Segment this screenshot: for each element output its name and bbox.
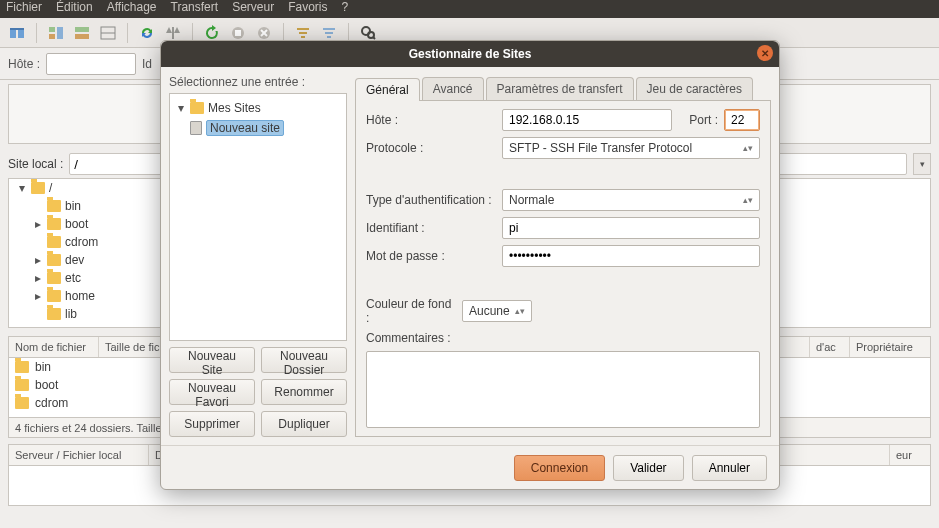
tree-item[interactable]: dev	[65, 253, 84, 267]
protocol-select[interactable]: SFTP - SSH File Transfer Protocol ▴▾	[502, 137, 760, 159]
quick-host-input[interactable]	[46, 53, 136, 75]
duplicate-button[interactable]: Dupliquer	[261, 411, 347, 437]
menu-server[interactable]: Serveur	[232, 0, 274, 18]
close-icon[interactable]: ✕	[757, 45, 773, 61]
bgcolor-value: Aucune	[469, 304, 510, 318]
svg-rect-21	[327, 36, 331, 38]
folder-icon	[47, 272, 61, 284]
tree-item[interactable]: /	[49, 181, 52, 195]
comment-textarea[interactable]	[366, 351, 760, 428]
tab-general[interactable]: Général	[355, 78, 420, 101]
col-queue-server[interactable]: Serveur / Fichier local	[9, 445, 149, 465]
folder-icon	[47, 290, 61, 302]
password-input[interactable]	[502, 245, 760, 267]
toggle-log-icon[interactable]	[71, 22, 93, 44]
menu-transfer[interactable]: Transfert	[171, 0, 219, 18]
user-input[interactable]	[502, 217, 760, 239]
expander-icon[interactable]: ▾	[17, 181, 27, 195]
password-label: Mot de passe :	[366, 249, 496, 263]
port-input[interactable]	[724, 109, 760, 131]
local-path-dropdown[interactable]: ▾	[913, 153, 931, 175]
svg-rect-17	[299, 32, 307, 34]
col-queue-remote[interactable]: eur	[890, 445, 930, 465]
col-filename[interactable]: Nom de fichier	[9, 337, 99, 357]
sitemanager-icon[interactable]	[6, 22, 28, 44]
rename-button[interactable]: Renommer	[261, 379, 347, 405]
tree-item[interactable]: lib	[65, 307, 77, 321]
tab-transfer-settings[interactable]: Paramètres de transfert	[486, 77, 634, 100]
protocol-value: SFTP - SSH File Transfer Protocol	[509, 141, 692, 155]
svg-line-24	[373, 37, 375, 39]
local-site-label: Site local :	[8, 157, 63, 171]
site-tree[interactable]: ▾ Mes Sites Nouveau site	[169, 93, 347, 341]
auth-select[interactable]: Normale ▴▾	[502, 189, 760, 211]
folder-icon	[31, 182, 45, 194]
tree-item[interactable]: boot	[65, 217, 88, 231]
menu-view[interactable]: Affichage	[107, 0, 157, 18]
chevron-updown-icon: ▴▾	[743, 143, 753, 153]
auth-label: Type d'authentification :	[366, 193, 496, 207]
tab-advanced[interactable]: Avancé	[422, 77, 484, 100]
svg-rect-20	[325, 32, 333, 34]
port-label: Port :	[678, 113, 718, 127]
menu-favorites[interactable]: Favoris	[288, 0, 327, 18]
comment-label: Commentaires :	[366, 331, 456, 345]
chevron-updown-icon: ▴▾	[515, 306, 525, 316]
tree-item[interactable]: bin	[65, 199, 81, 213]
bgcolor-label: Couleur de fond :	[366, 297, 456, 325]
expander-icon[interactable]: ▸	[33, 217, 43, 231]
connect-button[interactable]: Connexion	[514, 455, 605, 481]
site-manager-dialog: Gestionnaire de Sites ✕ Sélectionnez une…	[160, 40, 780, 490]
folder-icon	[47, 200, 61, 212]
quick-host-label: Hôte :	[8, 57, 40, 71]
tab-charset[interactable]: Jeu de caractères	[636, 77, 753, 100]
menu-help[interactable]: ?	[342, 0, 349, 18]
svg-rect-10	[172, 27, 174, 39]
folder-icon	[15, 379, 29, 391]
site-tree-root[interactable]: Mes Sites	[208, 101, 261, 115]
expander-icon[interactable]: ▾	[176, 101, 186, 115]
svg-rect-5	[57, 27, 63, 39]
server-icon	[190, 121, 202, 135]
dialog-titlebar: Gestionnaire de Sites ✕	[161, 41, 779, 67]
auth-value: Normale	[509, 193, 554, 207]
host-input[interactable]	[502, 109, 672, 131]
menu-edit[interactable]: Édition	[56, 0, 93, 18]
folder-icon	[47, 236, 61, 248]
folder-icon	[47, 308, 61, 320]
tree-item[interactable]: etc	[65, 271, 81, 285]
new-folder-button[interactable]: Nouveau Dossier	[261, 347, 347, 373]
tree-item[interactable]: home	[65, 289, 95, 303]
folder-icon	[190, 102, 204, 114]
user-label: Identifiant :	[366, 221, 496, 235]
cancel-button[interactable]: Annuler	[692, 455, 767, 481]
tree-item[interactable]: cdrom	[65, 235, 98, 249]
bgcolor-select[interactable]: Aucune ▴▾	[462, 300, 532, 322]
svg-rect-18	[301, 36, 305, 38]
tabs: Général Avancé Paramètres de transfert J…	[355, 75, 771, 101]
delete-button[interactable]: Supprimer	[169, 411, 255, 437]
chevron-down-icon: ▾	[920, 159, 925, 169]
menubar: Fichier Édition Affichage Transfert Serv…	[0, 0, 939, 18]
svg-rect-7	[75, 34, 89, 39]
quick-user-label: Id	[142, 57, 152, 71]
folder-icon	[15, 361, 29, 373]
expander-icon[interactable]: ▸	[33, 253, 43, 267]
new-site-button[interactable]: Nouveau Site	[169, 347, 255, 373]
dialog-title-text: Gestionnaire de Sites	[409, 47, 532, 61]
svg-rect-16	[297, 28, 309, 30]
col-date[interactable]: d'ac	[810, 337, 850, 357]
folder-icon	[15, 397, 29, 409]
toggle-queue-icon[interactable]	[97, 22, 119, 44]
site-tree-entry[interactable]: Nouveau site	[206, 120, 284, 136]
svg-rect-3	[49, 27, 55, 32]
sync-icon[interactable]	[136, 22, 158, 44]
new-favorite-button[interactable]: Nouveau Favori	[169, 379, 255, 405]
validate-button[interactable]: Valider	[613, 455, 683, 481]
toggle-tree-icon[interactable]	[45, 22, 67, 44]
expander-icon[interactable]: ▸	[33, 271, 43, 285]
general-panel: Hôte : Port : Protocole : SFTP - SSH Fil…	[355, 101, 771, 437]
col-owner[interactable]: Propriétaire	[850, 337, 930, 357]
expander-icon[interactable]: ▸	[33, 289, 43, 303]
menu-file[interactable]: Fichier	[6, 0, 42, 18]
